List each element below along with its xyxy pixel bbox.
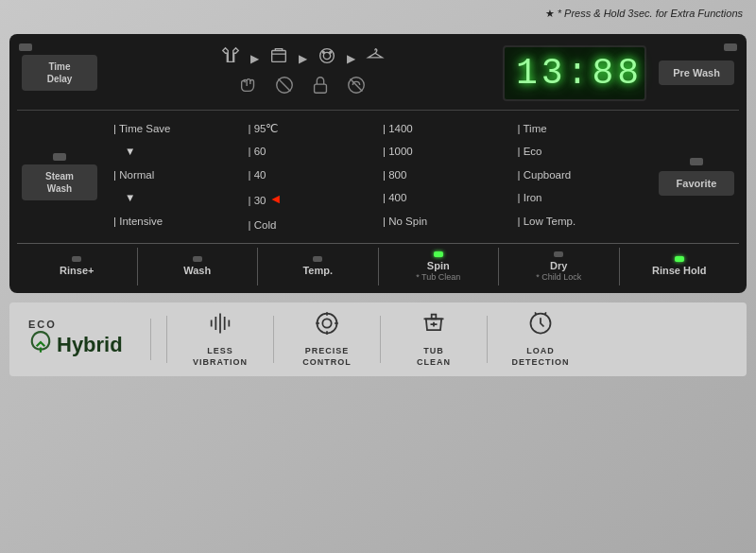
top-center: ▶ ▶ xyxy=(102,42,503,104)
program-col-2: | 95℃ | 60 | 40 | 30 ◄ | Cold xyxy=(245,118,378,235)
rinse-plus-label: Rinse+ xyxy=(60,265,94,277)
main-display-panel: TimeDelay ▶ xyxy=(9,34,747,293)
program-arrow-2: ▼ xyxy=(110,187,243,208)
hybrid-label: Hybrid xyxy=(57,333,123,357)
spin-button[interactable]: Spin * Tub Clean xyxy=(379,248,500,285)
divider-4 xyxy=(487,316,488,363)
spin-1000[interactable]: | 1000 xyxy=(379,141,512,162)
temp-40[interactable]: | 40 xyxy=(245,164,378,185)
spin-800[interactable]: | 800 xyxy=(379,164,512,185)
svg-rect-8 xyxy=(315,84,327,93)
program-icons: ▶ ▶ xyxy=(220,45,386,71)
svg-point-11 xyxy=(318,314,337,334)
favorite-button[interactable]: Favorite xyxy=(659,171,734,196)
hybrid-icon xyxy=(28,330,53,360)
svg-rect-0 xyxy=(271,51,285,62)
time-display-wrapper: 13:88 xyxy=(503,42,654,104)
controls-row: Rinse+ Wash Temp. Spin * Tub Clean Dry *… xyxy=(17,243,739,285)
divider-3 xyxy=(380,316,381,363)
dry-cupboard[interactable]: | Cupboard xyxy=(514,164,647,185)
program-arrow-1: ▼ xyxy=(110,141,243,162)
dry-eco[interactable]: | Eco xyxy=(514,141,647,162)
feature-tub-clean: TUBCLEAN xyxy=(396,310,472,368)
divider-2 xyxy=(273,316,274,363)
led-rinse-plus xyxy=(72,256,81,262)
dry-low-temp[interactable]: | Low Temp. xyxy=(514,211,647,232)
dry-time[interactable]: | Time xyxy=(514,118,647,139)
left-buttons: TimeDelay xyxy=(17,42,102,104)
shirt-icon xyxy=(220,45,241,71)
led-rinse-hold xyxy=(675,256,684,262)
vibration-icon xyxy=(207,310,233,342)
arrow3: ▶ xyxy=(347,52,355,65)
steam-wash-button[interactable]: SteamWash xyxy=(22,164,97,200)
temp-95[interactable]: | 95℃ xyxy=(245,118,378,139)
temp-cold[interactable]: | Cold xyxy=(245,215,378,235)
dry-label: Dry xyxy=(550,260,567,272)
rinse-plus-button[interactable]: Rinse+ xyxy=(17,248,138,285)
led-dry xyxy=(554,251,563,257)
drum-icon xyxy=(317,45,337,71)
less-vibration-label: LESSVIBRATION xyxy=(193,346,248,368)
function-icons xyxy=(238,75,367,100)
steam-wash-area: SteamWash xyxy=(17,116,102,237)
feature-precise-control: PRECISECONTROL xyxy=(289,310,365,368)
hanger-icon xyxy=(365,45,386,71)
temp-button[interactable]: Temp. xyxy=(258,248,379,285)
pre-wash-button[interactable]: Pre Wash xyxy=(659,60,734,85)
svg-line-10 xyxy=(351,79,363,92)
eco-text: ECO xyxy=(28,319,57,330)
right-buttons-bottom: Favorite xyxy=(654,116,739,237)
washer-control-panel: ★ * Press & Hold 3sec. for Extra Functio… xyxy=(0,0,756,553)
temp-30[interactable]: | 30 ◄ xyxy=(245,187,378,212)
time-display: 13:88 xyxy=(503,45,646,101)
spin-sub: * Tub Clean xyxy=(416,272,460,282)
rinse-hold-button[interactable]: Rinse Hold xyxy=(620,248,740,285)
divider-1 xyxy=(166,316,167,363)
led-spin xyxy=(434,251,443,257)
feature-less-vibration: LESSVIBRATION xyxy=(182,310,258,368)
press-hold-note: ★ * Press & Hold 3sec. for Extra Functio… xyxy=(545,8,743,20)
led-temp xyxy=(313,256,322,262)
svg-point-1 xyxy=(319,49,334,63)
spin-label: Spin xyxy=(427,260,450,272)
svg-point-4 xyxy=(329,51,331,53)
led-top-right xyxy=(724,43,737,51)
program-normal[interactable]: | Normal xyxy=(110,164,243,185)
hand-wash-icon xyxy=(238,75,259,100)
led-top-left xyxy=(19,43,32,51)
led-mid-right xyxy=(690,158,703,165)
program-col-3: | 1400 | 1000 | 800 | 400 | No Spin xyxy=(379,118,512,235)
right-buttons: Pre Wash xyxy=(654,42,739,104)
time-delay-button[interactable]: TimeDelay xyxy=(22,55,97,91)
program-col-1: | Time Save ▼ | Normal ▼ | Intensive xyxy=(110,118,243,235)
feature-load-detection: LOADDETECTION xyxy=(503,310,578,368)
rinse-hold-label: Rinse Hold xyxy=(652,265,706,277)
tub-clean-label: TUBCLEAN xyxy=(417,346,451,368)
svg-line-7 xyxy=(279,79,291,92)
load-detection-icon xyxy=(527,310,554,342)
program-col-4: | Time | Eco | Cupboard | Iron | Low Tem… xyxy=(514,118,647,235)
wash-label: Wash xyxy=(183,265,211,277)
arrow1: ▶ xyxy=(250,52,259,65)
temp-60[interactable]: | 60 xyxy=(245,141,378,162)
load-detection-label: LOADDETECTION xyxy=(511,346,569,368)
branding-area: ECO Hybrid LESSVIBRATION xyxy=(9,302,747,375)
spin-400[interactable]: | 400 xyxy=(379,187,512,208)
wash-button[interactable]: Wash xyxy=(138,248,259,285)
tub-clean-icon xyxy=(421,310,447,342)
lock-icon xyxy=(310,75,331,100)
program-grid: | Time Save ▼ | Normal ▼ | Intensive | 9… xyxy=(102,116,654,237)
svg-point-3 xyxy=(322,51,324,53)
dry-iron[interactable]: | Iron xyxy=(514,187,647,208)
program-intensive[interactable]: | Intensive xyxy=(110,211,243,232)
program-time-save[interactable]: | Time Save xyxy=(110,118,243,139)
spin-1400[interactable]: | 1400 xyxy=(379,118,512,139)
red-arrow-indicator: ◄ xyxy=(269,191,283,206)
hybrid-text: Hybrid xyxy=(28,330,123,360)
arrow2: ▶ xyxy=(299,52,307,65)
temp-label: Temp. xyxy=(302,265,333,277)
eco-hybrid-logo: ECO Hybrid xyxy=(28,319,151,360)
dry-button[interactable]: Dry * Child Lock xyxy=(499,248,620,285)
spin-no[interactable]: | No Spin xyxy=(379,211,512,232)
